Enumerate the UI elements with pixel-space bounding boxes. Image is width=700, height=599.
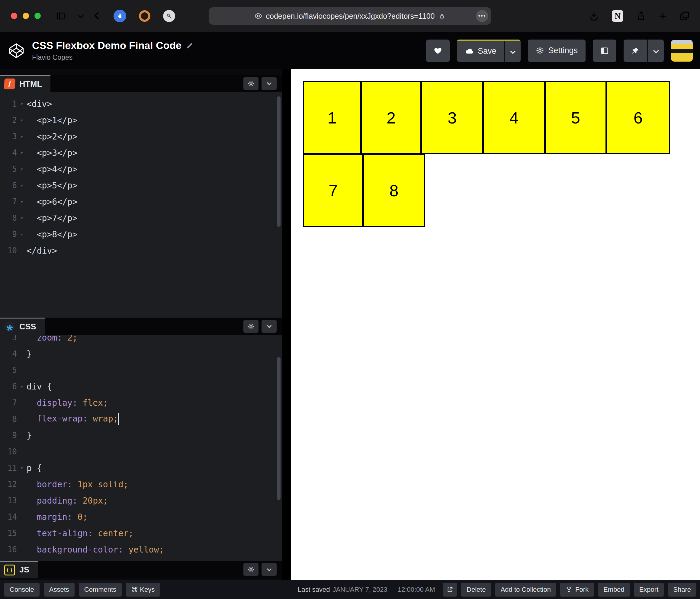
code-line[interactable]: 4}: [3, 346, 282, 362]
save-options-button[interactable]: [505, 41, 521, 62]
code-line[interactable]: 10: [3, 444, 282, 460]
keys-button[interactable]: ⌘ Keys: [126, 583, 160, 597]
code-line[interactable]: 14 margin: 0;: [3, 509, 282, 525]
edit-title-icon[interactable]: [186, 42, 194, 50]
css-editor[interactable]: 3 zoom: 2;4}56▾div {7 display: flex;8 fl…: [0, 335, 282, 561]
downloads-button[interactable]: [589, 11, 599, 21]
line-number: 16: [3, 545, 17, 554]
export-button[interactable]: Export: [634, 583, 664, 597]
pin-button[interactable]: [624, 40, 647, 62]
change-view-button[interactable]: [593, 40, 616, 62]
fold-arrow-icon[interactable]: ▾: [17, 182, 27, 189]
code-line[interactable]: 7 display: flex;: [3, 395, 282, 411]
notion-extension-button[interactable]: N: [612, 10, 623, 22]
gear-icon: [248, 323, 254, 330]
minimize-window-button[interactable]: [23, 13, 29, 19]
close-window-button[interactable]: [11, 13, 17, 19]
button-label: Add to Collection: [501, 586, 551, 594]
new-tab-button[interactable]: +: [659, 10, 667, 21]
code-line[interactable]: 8▾ <p>7</p>: [3, 210, 282, 226]
code-line[interactable]: 12 border: 1px solid;: [3, 476, 282, 493]
code-line[interactable]: 9}: [3, 427, 282, 444]
code-line[interactable]: 6▾div {: [3, 378, 282, 395]
save-button[interactable]: Save: [457, 41, 504, 62]
settings-button[interactable]: Settings: [528, 40, 585, 62]
css-collapse-button[interactable]: [261, 320, 277, 333]
code-line[interactable]: 10</div>: [3, 243, 282, 259]
hand-extension-button[interactable]: [114, 10, 126, 22]
pen-author[interactable]: Flavio Copes: [32, 53, 194, 61]
code-line[interactable]: 15 text-align: center;: [3, 525, 282, 541]
add-to-collection-button[interactable]: Add to Collection: [495, 583, 556, 597]
sidebar-toggle-button[interactable]: [56, 11, 66, 21]
code-line[interactable]: 2▾ <p>1</p>: [3, 112, 282, 128]
browser-chrome: codepen.io/flaviocopes/pen/xxJgxdo?edito…: [0, 0, 700, 32]
fold-arrow-icon[interactable]: ▾: [17, 150, 27, 156]
fold-arrow-icon[interactable]: ▾: [17, 231, 27, 237]
share-button[interactable]: Share: [668, 583, 696, 597]
html-settings-button[interactable]: [243, 77, 258, 90]
html-editor[interactable]: 1▾<div>2▾ <p>1</p>3▾ <p>2</p>4▾ <p>3</p>…: [0, 92, 282, 318]
html-collapse-button[interactable]: [261, 77, 277, 90]
back-button[interactable]: [95, 13, 101, 19]
heart-icon: [434, 47, 442, 55]
code-line[interactable]: 5▾ <p>4</p>: [3, 161, 282, 177]
ring-extension-button[interactable]: [139, 10, 150, 22]
fold-arrow-icon[interactable]: ▾: [17, 166, 27, 172]
assets-button[interactable]: Assets: [44, 583, 75, 597]
pin-icon: [631, 47, 640, 55]
console-button[interactable]: Console: [4, 583, 40, 597]
fold-arrow-icon[interactable]: ▾: [17, 199, 27, 205]
fold-arrow-icon[interactable]: ▾: [17, 465, 27, 471]
code-line[interactable]: 13 padding: 20px;: [3, 493, 282, 509]
pin-options-button[interactable]: [648, 40, 664, 62]
password-extension-button[interactable]: [163, 10, 175, 22]
flex-item-2: 2: [361, 81, 421, 154]
open-live-view-button[interactable]: [443, 583, 457, 597]
code-text: p {: [27, 463, 42, 473]
code-line[interactable]: 8 flex-wrap: wrap;: [3, 411, 282, 427]
delete-button[interactable]: Delete: [461, 583, 491, 597]
code-line[interactable]: 17}: [3, 558, 282, 561]
address-bar[interactable]: codepen.io/flaviocopes/pen/xxJgxdo?edito…: [209, 7, 491, 25]
fork-button[interactable]: Fork: [560, 583, 594, 597]
tab-js[interactable]: ( ) JS: [0, 561, 38, 578]
js-settings-button[interactable]: [243, 563, 258, 576]
html-scrollbar[interactable]: [277, 96, 280, 227]
tab-overview-button[interactable]: [679, 11, 690, 21]
avatar[interactable]: [671, 40, 693, 61]
share-button-browser[interactable]: [636, 11, 646, 21]
like-button[interactable]: [426, 40, 450, 62]
fold-arrow-icon[interactable]: ▾: [17, 133, 27, 140]
comments-button[interactable]: Comments: [79, 583, 122, 597]
code-line[interactable]: 1▾<div>: [3, 96, 282, 112]
button-label: Comments: [84, 586, 116, 594]
code-line[interactable]: 9▾ <p>8</p>: [3, 226, 282, 243]
statusbar-buttons: DeleteAdd to CollectionForkEmbedExportSh…: [461, 583, 696, 597]
page-options-button[interactable]: •••: [476, 10, 488, 22]
code-line[interactable]: 3 zoom: 2;: [3, 335, 282, 346]
code-line[interactable]: 4▾ <p>3</p>: [3, 145, 282, 161]
code-line[interactable]: 5: [3, 362, 282, 378]
button-label: Console: [10, 586, 34, 594]
zoom-window-button[interactable]: [34, 13, 41, 19]
js-collapse-button[interactable]: [261, 563, 277, 576]
fold-arrow-icon[interactable]: ▾: [17, 383, 27, 390]
fold-arrow-icon[interactable]: ▾: [17, 101, 27, 107]
css-icon: *: [4, 321, 15, 332]
css-settings-button[interactable]: [243, 320, 258, 333]
code-line[interactable]: 6▾ <p>5</p>: [3, 177, 282, 194]
fold-arrow-icon[interactable]: ▾: [17, 215, 27, 221]
code-line[interactable]: 7▾ <p>6</p>: [3, 194, 282, 210]
css-scrollbar[interactable]: [277, 357, 280, 500]
tab-group-menu-button[interactable]: [79, 14, 83, 19]
tab-css[interactable]: * CSS: [0, 318, 45, 335]
codepen-logo[interactable]: [8, 42, 25, 59]
tab-html[interactable]: / HTML: [0, 75, 50, 92]
fold-arrow-icon[interactable]: ▾: [17, 117, 27, 123]
code-line[interactable]: 3▾ <p>2</p>: [3, 128, 282, 145]
code-line[interactable]: 11▾p {: [3, 460, 282, 476]
code-line[interactable]: 16 background-color: yellow;: [3, 541, 282, 558]
embed-button[interactable]: Embed: [598, 583, 630, 597]
code-text: text-align: center;: [27, 528, 133, 538]
